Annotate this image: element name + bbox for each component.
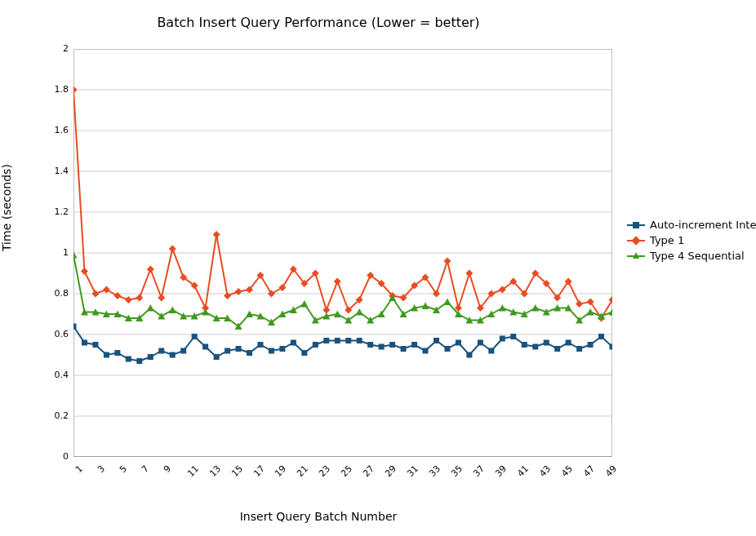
svg-rect-50	[202, 344, 208, 350]
svg-rect-53	[236, 346, 242, 352]
y-tick: 1.8	[42, 84, 69, 95]
svg-rect-43	[126, 357, 131, 362]
svg-marker-95	[147, 266, 154, 273]
svg-rect-45	[148, 354, 153, 360]
legend: Auto-increment Integer Type 1 Type 4 Seq…	[627, 219, 756, 265]
legend-label: Type 4 Sequential	[650, 250, 745, 262]
x-tick: 13	[207, 463, 223, 479]
y-tick: 1.6	[42, 125, 69, 135]
chart-title: Batch Insert Query Performance (Lower = …	[0, 15, 637, 30]
svg-rect-54	[247, 350, 252, 356]
svg-marker-107	[278, 284, 286, 291]
svg-rect-71	[434, 338, 439, 343]
x-tick: 11	[185, 463, 201, 479]
svg-rect-68	[401, 346, 407, 352]
y-tick: 0	[42, 451, 69, 462]
legend-item-auto-increment: Auto-increment Integer	[627, 219, 756, 231]
plot-area	[73, 49, 612, 457]
x-tick: 19	[273, 463, 289, 479]
svg-marker-150	[202, 308, 209, 316]
svg-rect-69	[411, 342, 417, 348]
svg-rect-82	[554, 346, 560, 352]
x-tick: 45	[559, 463, 575, 479]
svg-rect-85	[588, 342, 594, 348]
x-tick: 25	[339, 463, 354, 479]
svg-rect-77	[500, 336, 505, 342]
svg-rect-78	[510, 334, 516, 339]
y-tick: 0.4	[42, 370, 69, 380]
svg-marker-93	[125, 296, 132, 303]
svg-marker-122	[443, 258, 451, 265]
svg-marker-164	[356, 308, 363, 316]
x-axis-label: Insert Query Batch Number	[0, 510, 637, 523]
chart-container: Batch Insert Query Performance (Lower = …	[0, 0, 756, 536]
legend-swatch-diamond	[627, 237, 645, 245]
svg-marker-103	[235, 288, 242, 295]
x-tick: 5	[118, 463, 129, 475]
svg-rect-66	[379, 344, 385, 350]
svg-marker-102	[224, 292, 231, 299]
x-tick: 29	[383, 463, 398, 479]
y-tick: 0.6	[42, 329, 69, 339]
legend-swatch-triangle	[627, 252, 645, 260]
svg-marker-106	[268, 290, 275, 298]
svg-marker-92	[113, 292, 121, 299]
x-tick: 21	[295, 463, 310, 479]
x-tick: 41	[515, 463, 531, 479]
svg-marker-124	[465, 270, 473, 277]
x-tick: 31	[405, 463, 420, 479]
svg-rect-38	[73, 324, 77, 330]
x-tick: 49	[603, 463, 619, 479]
legend-swatch-square	[627, 221, 645, 229]
y-tick: 1	[42, 247, 69, 258]
x-tick: 43	[537, 463, 553, 479]
y-tick: 1.2	[42, 206, 69, 217]
legend-label: Auto-increment Integer	[650, 219, 756, 231]
svg-rect-75	[478, 340, 483, 346]
svg-rect-41	[104, 352, 109, 358]
x-tick: 23	[317, 463, 332, 479]
svg-rect-55	[257, 342, 263, 348]
chart-svg	[73, 49, 612, 457]
svg-marker-101	[213, 231, 220, 238]
svg-rect-58	[291, 340, 296, 346]
y-tick: 2	[42, 43, 69, 54]
svg-rect-70	[423, 348, 429, 354]
svg-rect-84	[576, 346, 582, 352]
svg-rect-67	[389, 342, 395, 348]
svg-marker-134	[576, 300, 583, 308]
svg-rect-80	[532, 344, 538, 350]
svg-rect-49	[192, 334, 198, 339]
x-tick: 17	[251, 463, 267, 479]
y-axis-label: Time (seconds)	[0, 164, 13, 251]
svg-rect-86	[598, 334, 604, 339]
svg-rect-61	[323, 338, 329, 343]
svg-marker-90	[91, 290, 99, 298]
svg-rect-74	[466, 352, 472, 358]
x-tick: 33	[427, 463, 442, 479]
svg-rect-76	[488, 348, 494, 354]
svg-rect-65	[367, 342, 373, 348]
x-tick: 7	[140, 463, 151, 475]
svg-marker-177	[499, 304, 506, 312]
svg-marker-187	[609, 308, 613, 316]
y-tick: 0.8	[42, 288, 69, 299]
svg-rect-48	[180, 348, 186, 354]
svg-rect-72	[444, 346, 450, 352]
svg-rect-57	[279, 346, 285, 352]
x-tick: 3	[96, 463, 107, 475]
svg-marker-185	[587, 308, 594, 316]
x-tick: 35	[449, 463, 465, 479]
y-tick: 1.4	[42, 166, 69, 176]
x-tick: 37	[471, 463, 487, 479]
svg-rect-52	[225, 348, 230, 354]
svg-marker-88	[73, 86, 78, 94]
svg-rect-44	[136, 358, 142, 364]
svg-rect-87	[610, 344, 613, 350]
svg-marker-180	[531, 304, 539, 312]
svg-marker-89	[81, 268, 88, 275]
svg-rect-64	[357, 338, 362, 343]
x-tick: 1	[73, 463, 85, 475]
svg-rect-81	[544, 340, 549, 346]
legend-label: Type 1	[650, 234, 684, 246]
